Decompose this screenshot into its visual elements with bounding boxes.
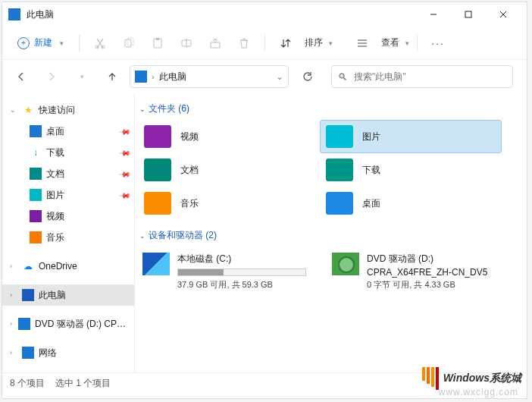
sidebar-item-label: 桌面 — [46, 125, 64, 138]
sidebar-item-pictures[interactable]: 图片📌 — [2, 184, 134, 206]
brand-logo — [422, 367, 439, 390]
sidebar-dvd[interactable]: ›DVD 驱动器 (D:) CPRA_X64FRE_ZH-CN_DV5 — [2, 313, 134, 334]
folder-videos[interactable]: 视频 — [138, 120, 320, 153]
window-controls — [416, 2, 521, 27]
drive-usage-bar — [177, 269, 306, 276]
sidebar-item-downloads[interactable]: ↓下载📌 — [2, 142, 134, 163]
view-button[interactable] — [349, 30, 375, 56]
folder-documents[interactable]: 文档 — [138, 153, 320, 187]
folder-label: 视频 — [180, 130, 199, 143]
pin-icon: 📌 — [119, 168, 131, 180]
drive-info: DVD 驱动器 (D:) CPRA_X64FRE_ZH-CN_DV5 0 字节 … — [367, 253, 487, 291]
search-input[interactable] — [354, 71, 506, 82]
documents-icon — [144, 159, 171, 181]
drive-c[interactable]: 本地磁盘 (C:) 37.9 GB 可用, 共 59.3 GB — [138, 250, 320, 294]
sidebar-this-pc[interactable]: ›此电脑 — [2, 284, 134, 306]
sidebar-item-label: 图片 — [46, 189, 64, 202]
sidebar-network[interactable]: ›网络 — [2, 342, 134, 363]
expand-icon[interactable]: › — [10, 262, 17, 270]
folder-label: 图片 — [362, 130, 380, 143]
brand-text: Windows系统城 — [443, 372, 521, 385]
sidebar-item-label: 网络 — [39, 347, 57, 360]
drive-sub: CPRA_X64FRE_ZH-CN_DV5 — [367, 267, 487, 278]
sort-button[interactable] — [273, 30, 299, 56]
separator — [79, 35, 80, 52]
sidebar-quick-access[interactable]: ⌄ ★ 快速访问 — [2, 99, 134, 121]
music-icon — [144, 192, 171, 215]
sidebar-item-label: 下载 — [46, 146, 64, 159]
folder-pictures[interactable]: 图片 — [320, 120, 502, 153]
address-bar[interactable]: › 此电脑 ⌄ — [130, 65, 289, 88]
desktop-icon — [30, 125, 42, 137]
expand-icon[interactable]: › — [10, 291, 17, 299]
svg-rect-12 — [211, 42, 220, 48]
sidebar-item-label: 此电脑 — [39, 289, 66, 302]
rename-button[interactable] — [174, 30, 199, 56]
toolbar: + 新建 ▾ 排序 ▾ 查看 ▾ ··· — [2, 27, 527, 60]
sidebar-item-documents[interactable]: 文档📌 — [2, 163, 134, 184]
folder-grid: 视频 图片 文档 下载 音乐 桌面 — [138, 120, 521, 220]
collapse-icon[interactable]: ⌄ — [10, 106, 17, 114]
videos-icon — [30, 210, 42, 222]
back-button[interactable] — [8, 64, 34, 90]
body: ⌄ ★ 快速访问 桌面📌 ↓下载📌 文档📌 图片📌 视频 音乐 ›☁OneDri… — [2, 93, 527, 372]
forward-button[interactable] — [39, 64, 64, 90]
drive-detail: 0 字节 可用, 共 4.33 GB — [367, 279, 487, 291]
drives-section-header[interactable]: ⌄ 设备和驱动器 (2) — [138, 225, 521, 247]
folder-music[interactable]: 音乐 — [138, 187, 320, 220]
disc-icon — [18, 318, 30, 330]
expand-icon[interactable]: › — [10, 320, 14, 328]
minimize-button[interactable] — [416, 2, 451, 27]
sidebar: ⌄ ★ 快速访问 桌面📌 ↓下载📌 文档📌 图片📌 视频 音乐 ›☁OneDri… — [2, 93, 135, 372]
windows-drive-icon — [142, 253, 170, 275]
chevron-right-icon: › — [152, 72, 155, 81]
app-icon — [8, 8, 20, 20]
cloud-icon: ☁ — [22, 260, 34, 272]
videos-icon — [144, 125, 171, 148]
pc-icon — [22, 289, 34, 301]
svg-rect-1 — [465, 11, 471, 17]
delete-button[interactable] — [231, 30, 257, 56]
share-button[interactable] — [202, 30, 228, 56]
sidebar-item-label: OneDrive — [39, 261, 77, 272]
folder-label: 桌面 — [362, 197, 380, 210]
music-icon — [30, 231, 42, 243]
folders-section-header[interactable]: ⌄ 文件夹 (6) — [138, 98, 521, 120]
explorer-window: 此电脑 + 新建 ▾ 排序 ▾ 查看 ▾ ··· ▾ — [2, 2, 527, 399]
chevron-down-icon: ▾ — [60, 39, 64, 47]
sidebar-onedrive[interactable]: ›☁OneDrive — [2, 256, 134, 277]
paste-button[interactable] — [145, 30, 171, 56]
close-button[interactable] — [486, 2, 521, 27]
expand-icon[interactable]: › — [10, 349, 17, 356]
section-title: 文件夹 (6) — [149, 102, 189, 115]
search-box[interactable]: 🔍︎ — [331, 65, 513, 88]
folder-label: 下载 — [362, 164, 380, 177]
brand-overlay: Windows系统城 — [422, 367, 521, 390]
refresh-button[interactable] — [296, 65, 319, 88]
more-button[interactable]: ··· — [425, 30, 451, 56]
sort-label[interactable]: 排序 — [305, 36, 323, 49]
drive-name: DVD 驱动器 (D:) — [367, 253, 487, 265]
sidebar-item-desktop[interactable]: 桌面📌 — [2, 121, 134, 142]
cut-button[interactable] — [87, 30, 113, 56]
drive-info: 本地磁盘 (C:) 37.9 GB 可用, 共 59.3 GB — [177, 253, 306, 291]
view-label[interactable]: 查看 — [381, 36, 399, 49]
maximize-button[interactable] — [451, 2, 486, 27]
pictures-icon — [30, 189, 42, 201]
folder-label: 音乐 — [180, 197, 199, 210]
folder-desktop[interactable]: 桌面 — [320, 187, 502, 220]
downloads-icon: ↓ — [30, 146, 42, 159]
folder-downloads[interactable]: 下载 — [320, 153, 502, 187]
copy-button[interactable] — [116, 30, 142, 56]
recent-dropdown[interactable]: ▾ — [69, 64, 95, 90]
sidebar-item-label: 文档 — [46, 168, 64, 181]
new-button[interactable]: + 新建 ▾ — [10, 33, 71, 52]
desktop-icon — [326, 192, 353, 215]
pin-icon: 📌 — [119, 189, 131, 201]
drive-d[interactable]: DVD 驱动器 (D:) CPRA_X64FRE_ZH-CN_DV5 0 字节 … — [327, 250, 509, 294]
sidebar-item-music[interactable]: 音乐 — [2, 227, 134, 248]
pc-icon — [135, 71, 147, 83]
up-button[interactable] — [99, 64, 125, 90]
chevron-down-icon[interactable]: ⌄ — [276, 71, 283, 82]
sidebar-item-videos[interactable]: 视频 — [2, 206, 134, 227]
